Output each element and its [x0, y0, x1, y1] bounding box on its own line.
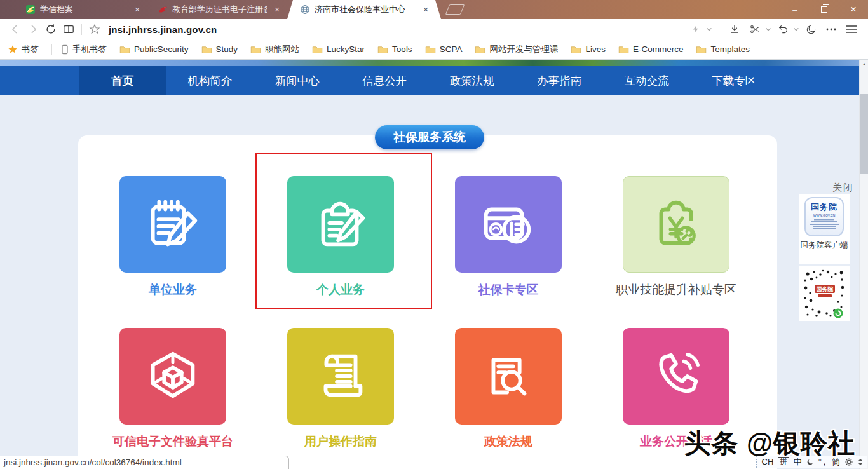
bookmark-folder-luckystar[interactable]: LuckyStar — [312, 44, 365, 54]
tile-bg[interactable] — [455, 176, 562, 273]
nav-item-home[interactable]: 首页 — [79, 66, 166, 95]
tile-label[interactable]: 政策法规 — [484, 433, 532, 450]
address-url[interactable]: jnsi.jnhrss.jinan.gov.cn — [109, 24, 217, 35]
new-tab-button[interactable] — [445, 4, 465, 15]
tile-label[interactable]: 单位业务 — [149, 282, 197, 298]
download-button[interactable] — [726, 21, 743, 37]
tile-label[interactable]: 职业技能提升补贴专区 — [616, 282, 736, 298]
tab-close-icon[interactable]: × — [272, 4, 282, 15]
tile-bg[interactable] — [623, 176, 729, 273]
bookmarks-root[interactable]: 书签 — [8, 44, 39, 55]
bookmark-folder-lives[interactable]: Lives — [571, 44, 606, 54]
screenshot-button[interactable] — [746, 21, 764, 37]
ime-toolbar[interactable]: CH 拼 中 °， 简 — [756, 456, 867, 468]
nav-item-downloads[interactable]: 下载专区 — [691, 66, 778, 95]
flash-button[interactable] — [687, 21, 705, 37]
tile-policies[interactable]: 政策法规 — [455, 328, 562, 425]
nav-item-about[interactable]: 机构简介 — [166, 66, 254, 95]
tile-label[interactable]: 用户操作指南 — [304, 433, 377, 450]
bookmark-folder-ecommerce[interactable]: E-Commerce — [618, 44, 684, 54]
tile-label[interactable]: 社保卡专区 — [478, 282, 539, 298]
ime-simplified-mode[interactable]: 简 — [832, 456, 840, 468]
bookmark-label[interactable]: E-Commerce — [633, 44, 684, 54]
ime-expand-arrows-icon[interactable] — [858, 459, 863, 465]
gov-qr-code[interactable]: 国务院 — [799, 266, 850, 321]
chevron-down-icon[interactable] — [793, 26, 799, 32]
tile-personal-business[interactable]: 个人业务 — [287, 176, 394, 273]
tile-bg[interactable] — [455, 328, 562, 425]
tile-bg[interactable] — [119, 176, 226, 273]
tab-chsi-archive[interactable]: 学信档案 × — [18, 0, 147, 19]
bookmark-folder-scpa[interactable]: SCPA — [425, 44, 463, 54]
nav-item-service-guide[interactable]: 办事指南 — [516, 66, 604, 95]
dark-mode-button[interactable] — [802, 21, 820, 37]
bookmark-folder-tools[interactable]: Tools — [377, 44, 412, 54]
bookmark-label[interactable]: Lives — [585, 44, 606, 54]
bookmark-label[interactable]: Templates — [710, 44, 750, 54]
tab-close-icon[interactable]: × — [421, 4, 431, 15]
forward-button[interactable] — [24, 21, 42, 37]
ime-punctuation-mode[interactable]: °， — [818, 456, 827, 468]
refresh-button[interactable] — [42, 21, 60, 37]
tile-trusted-doc-verify[interactable]: 可信电子文件验真平台 — [119, 328, 226, 425]
bookmark-mobile[interactable]: 手机书签 — [61, 44, 107, 55]
bookmark-label[interactable]: Tools — [392, 44, 412, 54]
tile-bg[interactable] — [119, 328, 226, 425]
back-button[interactable] — [6, 21, 24, 37]
restore-button[interactable] — [810, 0, 839, 19]
ime-chinese-mode[interactable]: 中 — [794, 456, 802, 468]
tile-user-guide[interactable]: 用户操作指南 — [287, 328, 394, 425]
tile-public-phone[interactable]: 业务公开电话 — [623, 328, 729, 425]
page-scrollbar[interactable]: ▲ — [859, 60, 868, 469]
tile-bg[interactable] — [287, 176, 394, 273]
tab-title[interactable]: 学信档案 — [40, 4, 127, 15]
chevron-down-icon[interactable] — [706, 26, 712, 32]
widget-close-link[interactable]: 关闭 — [832, 182, 854, 194]
nav-item-interaction[interactable]: 互动交流 — [603, 66, 691, 95]
bookmark-label[interactable]: 职能网站 — [265, 44, 299, 55]
bookmarks-label[interactable]: 书签 — [22, 44, 39, 55]
bookmark-label[interactable]: LuckyStar — [327, 44, 365, 54]
bookmark-folder-webdev[interactable]: 网站开发与管理课 — [475, 44, 558, 55]
ime-moon-icon[interactable] — [806, 458, 814, 466]
bookmark-label[interactable]: PublicSecurity — [134, 44, 189, 54]
favorite-button[interactable] — [86, 21, 104, 37]
tile-bg[interactable] — [623, 328, 729, 425]
scrollbar-thumb[interactable] — [860, 94, 868, 174]
bookmark-label[interactable]: 网站开发与管理课 — [489, 44, 558, 55]
chevron-down-icon[interactable] — [765, 26, 771, 32]
ime-pinyin-mode[interactable]: 拼 — [778, 457, 789, 466]
reader-mode-button[interactable] — [60, 21, 78, 37]
tab-close-icon[interactable]: × — [132, 4, 142, 15]
tab-title[interactable]: 教育部学历证书电子注册备案表 — [172, 4, 267, 15]
bookmark-label[interactable]: Study — [216, 44, 238, 54]
more-button[interactable] — [822, 21, 840, 37]
ime-lang[interactable]: CH — [762, 457, 774, 466]
bookmark-folder-gov-sites[interactable]: 职能网站 — [250, 44, 299, 55]
nav-item-policies[interactable]: 政策法规 — [428, 66, 516, 95]
tile-label[interactable]: 个人业务 — [316, 282, 365, 298]
close-button[interactable]: × — [839, 0, 868, 19]
menu-button[interactable] — [843, 21, 860, 37]
scrollbar-up-arrow[interactable]: ▲ — [860, 60, 868, 69]
tile-bg[interactable] — [287, 328, 394, 425]
bookmark-label[interactable]: 手机书签 — [72, 44, 107, 55]
bookmark-label[interactable]: SCPA — [440, 44, 463, 54]
minimize-button[interactable]: − — [780, 0, 810, 19]
bookmark-folder-publicsecurity[interactable]: PublicSecurity — [119, 44, 189, 54]
gov-client-card[interactable]: 国务院 WWW.GOV.CN 国务院客户端 — [799, 194, 850, 264]
ime-settings-gear-icon[interactable] — [844, 458, 853, 466]
tab-jinan-social-insurance[interactable]: 济南市社会保险事业中心 × — [287, 0, 441, 19]
tile-social-security-card[interactable]: 社保卡专区 — [455, 176, 562, 273]
tab-moe-certificate[interactable]: 教育部学历证书电子注册备案表 × — [150, 0, 287, 19]
tab-title[interactable]: 济南市社会保险事业中心 — [315, 4, 416, 15]
nav-item-info-disclosure[interactable]: 信息公开 — [341, 66, 429, 95]
restore-icon — [821, 6, 827, 13]
bookmark-folder-templates[interactable]: Templates — [696, 44, 750, 54]
undo-button[interactable] — [774, 21, 792, 37]
tile-unit-business[interactable]: 单位业务 — [119, 176, 226, 273]
tile-skill-subsidy[interactable]: 职业技能提升补贴专区 — [623, 176, 729, 273]
tile-label[interactable]: 可信电子文件验真平台 — [112, 433, 233, 450]
nav-item-news[interactable]: 新闻中心 — [254, 66, 341, 95]
bookmark-folder-study[interactable]: Study — [201, 44, 238, 54]
